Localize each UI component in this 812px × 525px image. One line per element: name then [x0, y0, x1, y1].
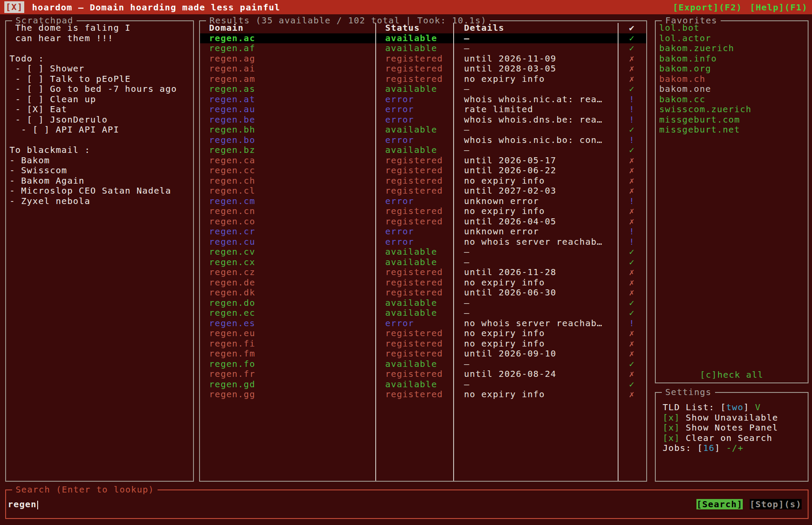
status-cell: registered: [375, 176, 453, 186]
details-cell: until 2028-03-05: [453, 64, 618, 74]
table-row[interactable]: regen.chregisteredno expiry info✗: [200, 176, 646, 186]
column-separator: [618, 23, 619, 481]
table-row[interactable]: regen.agregistereduntil 2026-11-09✗: [200, 54, 646, 64]
status-cell: error: [375, 115, 453, 125]
status-cell: error: [375, 237, 453, 247]
search-panel: Search (Enter to lookup) regen [Search] …: [5, 489, 809, 519]
table-row[interactable]: regen.dkregistereduntil 2026-06-30✗: [200, 288, 646, 298]
table-row[interactable]: regen.ecavailable–✓: [200, 308, 646, 318]
jobs-stepper[interactable]: Jobs: [16] -/+: [663, 443, 806, 454]
status-cell: available: [375, 379, 453, 390]
close-button[interactable]: [X]: [4, 1, 24, 13]
table-row[interactable]: regen.ggregisteredno expiry info✗: [200, 389, 646, 400]
stop-button[interactable]: [Stop](s): [750, 499, 802, 509]
settings-checkbox[interactable]: [x] Show Unavailable: [663, 413, 806, 423]
table-row[interactable]: regen.amregisteredno expiry info✗: [200, 74, 646, 84]
check-all-button[interactable]: [c]heck all: [656, 369, 808, 380]
table-row[interactable]: regen.boerrorwhois whois.nic.bo: con…!: [200, 135, 646, 146]
favorite-item[interactable]: missgeburt.net: [659, 125, 806, 135]
details-cell: –: [453, 379, 618, 390]
table-row[interactable]: regen.firegisteredno expiry info✗: [200, 339, 646, 349]
table-row[interactable]: regen.fmregistereduntil 2026-09-10✗: [200, 349, 646, 359]
table-rows: regen.acavailable–✓regen.afavailable–✓re…: [200, 33, 646, 400]
table-row[interactable]: regen.gdavailable–✓: [200, 379, 646, 390]
details-cell: until 2026-05-17: [453, 156, 618, 166]
table-row[interactable]: regen.caregistereduntil 2026-05-17✗: [200, 156, 646, 166]
table-row[interactable]: regen.beerrorwhois whois.dns.be: rea…!: [200, 115, 646, 125]
checkbox-checked-icon: [x]: [663, 433, 680, 443]
favorite-item[interactable]: lol.bot: [659, 23, 806, 33]
scratchpad-line: To blackmail :: [10, 145, 191, 156]
details-cell: whois whois.nic.at: rea…: [453, 94, 618, 105]
status-cell: available: [375, 125, 453, 135]
table-row[interactable]: regen.bzavailable–✓: [200, 145, 646, 156]
favorite-item[interactable]: bakom.one: [659, 84, 806, 94]
table-row[interactable]: regen.deregisteredno expiry info✗: [200, 278, 646, 288]
export-button[interactable]: [Export](F2): [673, 2, 742, 13]
favorite-item[interactable]: bakom.org: [659, 64, 806, 74]
table-row[interactable]: regen.cxavailable–✓: [200, 257, 646, 268]
search-input[interactable]: regen: [6, 499, 38, 509]
tld-list-value: two: [726, 402, 744, 412]
domain-cell: regen.ec: [200, 308, 375, 318]
table-row[interactable]: regen.afavailable–✓: [200, 43, 646, 54]
table-row[interactable]: regen.asavailable–✓: [200, 84, 646, 94]
help-button[interactable]: [Help](F1): [750, 2, 808, 13]
details-cell: –: [453, 84, 618, 94]
table-row[interactable]: regen.bhavailable–✓: [200, 125, 646, 135]
table-row[interactable]: regen.doavailable–✓: [200, 298, 646, 308]
favorites-panel: Favorites lol.botlol.actorbakom.zuerichb…: [655, 20, 809, 383]
table-row[interactable]: regen.cuerrorno whois server reachab…!: [200, 237, 646, 247]
status-mark-icon: ✓: [618, 247, 646, 257]
status-cell: error: [375, 196, 453, 207]
favorite-item[interactable]: missgeburt.com: [659, 115, 806, 125]
status-mark-icon: ✗: [618, 64, 646, 74]
domain-cell: regen.gg: [200, 389, 375, 400]
favorite-item[interactable]: bakom.info: [659, 54, 806, 64]
table-row[interactable]: regen.aterrorwhois whois.nic.at: rea…!: [200, 94, 646, 105]
column-header-domain: Domain: [200, 23, 375, 33]
table-row[interactable]: regen.foavailable–✓: [200, 359, 646, 369]
table-row[interactable]: regen.clregistereduntil 2027-02-03✗: [200, 186, 646, 196]
table-header-row: Domain Status Details ✔: [200, 23, 646, 33]
favorite-item[interactable]: lol.actor: [659, 33, 806, 44]
domain-cell: regen.ca: [200, 156, 375, 166]
table-row[interactable]: regen.ccregistereduntil 2026-06-22✗: [200, 165, 646, 176]
results-table: Domain Status Details ✔ regen.acavailabl…: [200, 21, 646, 481]
tld-bracket: [: [720, 402, 726, 412]
details-cell: –: [453, 257, 618, 268]
table-row[interactable]: regen.czregistereduntil 2026-11-28✗: [200, 267, 646, 278]
search-button[interactable]: [Search]: [696, 499, 743, 509]
app-window: [X] hoardom — Domain hoarding made less …: [0, 0, 812, 525]
chevron-down-icon[interactable]: V: [749, 402, 761, 412]
table-row[interactable]: regen.acavailable–✓: [200, 33, 646, 44]
table-row[interactable]: regen.airegistereduntil 2028-03-05✗: [200, 64, 646, 74]
settings-checkbox[interactable]: [x] Show Notes Panel: [663, 423, 806, 433]
table-row[interactable]: regen.crerrorunknown error!: [200, 227, 646, 237]
table-row[interactable]: regen.coregistereduntil 2026-04-05✗: [200, 217, 646, 227]
settings-checkbox[interactable]: [x] Clear on Search: [663, 433, 806, 444]
details-cell: until 2026-09-10: [453, 349, 618, 359]
jobs-minus-plus-controls[interactable]: -/+: [720, 443, 743, 453]
favorite-item[interactable]: swisscom.zuerich: [659, 104, 806, 115]
status-mark-icon: ✗: [618, 186, 646, 196]
table-row[interactable]: regen.frregistereduntil 2026-08-24✗: [200, 369, 646, 379]
status-cell: registered: [375, 74, 453, 84]
table-row[interactable]: regen.eserrorno whois server reachab…!: [200, 318, 646, 329]
scratchpad-panel: Scratchpad The dome is faling I can hear…: [5, 20, 194, 482]
scratchpad-line: - Swisscom: [10, 165, 191, 176]
table-row[interactable]: regen.auerrorrate limited!: [200, 104, 646, 115]
favorite-item[interactable]: bakom.cc: [659, 94, 806, 105]
domain-cell: regen.cx: [200, 257, 375, 268]
table-row[interactable]: regen.cmerrorunknown error!: [200, 196, 646, 207]
table-row[interactable]: regen.euregisteredno expiry info✗: [200, 328, 646, 339]
domain-cell: regen.cl: [200, 186, 375, 196]
table-row[interactable]: regen.cnregisteredno expiry info✗: [200, 206, 646, 217]
table-row[interactable]: regen.cvavailable–✓: [200, 247, 646, 257]
tld-list-select[interactable]: TLD List: [two] V: [663, 402, 806, 413]
favorite-item[interactable]: bakom.zuerich: [659, 43, 806, 54]
details-cell: –: [453, 359, 618, 369]
scratchpad-editor[interactable]: The dome is faling I can hear them !!! T…: [6, 21, 193, 481]
favorite-item[interactable]: bakom.ch: [659, 74, 806, 84]
details-cell: no whois server reachab…: [453, 318, 618, 329]
